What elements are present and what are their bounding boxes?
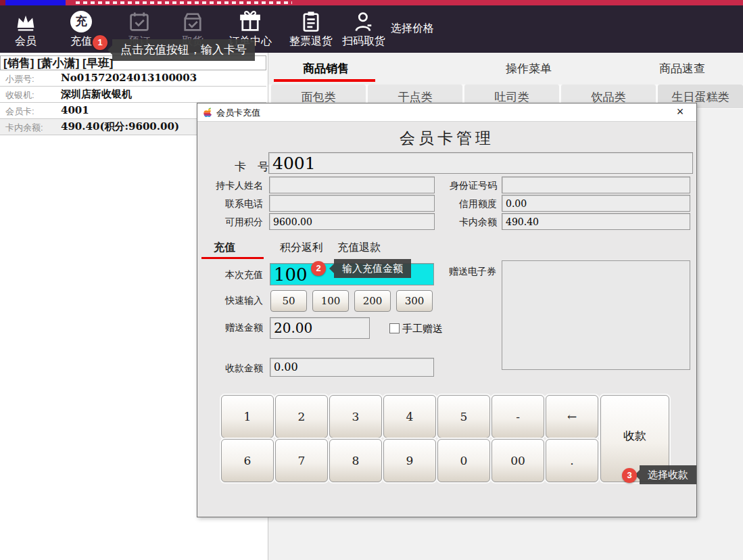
quick-100-button[interactable]: 100 [312,290,349,312]
pos-app: 会员 充 充值 预订 取货 订单中心 [0,0,743,560]
evoucher-textarea[interactable] [502,260,690,370]
toolbar-label: 扫码取货 [342,35,385,47]
toolbar-item-member[interactable]: 会员 [1,9,50,47]
numpad-key-1[interactable]: 1 [221,395,274,438]
quick-50-button[interactable]: 50 [270,290,307,312]
card-no-value: 4001 [269,153,692,173]
phone-input[interactable] [269,195,435,212]
tab-recharge[interactable]: 充值 [214,241,235,255]
row-value: 490.40(积分:9600.00) [61,120,179,133]
row-value: 4001 [61,104,89,116]
sales-row-register: 收银机: 深圳店新收银机 [0,87,266,103]
active-tab-underline [274,79,375,82]
numpad-key-dot[interactable]: . [546,439,598,482]
evoucher-label: 赠送电子券 [449,266,498,278]
numpad-key-4[interactable]: 4 [383,395,436,438]
step-2-badge: 2 [311,261,326,276]
pickup-box-check-icon [168,9,217,34]
numpad-key-2[interactable]: 2 [275,395,328,438]
gift-icon [226,9,274,34]
gift-amount-label: 赠送金额 [203,322,263,334]
credit-limit-value: 0.00 [502,195,690,211]
toolbar-item-scan-pickup[interactable]: 扫码取货 [339,9,388,47]
apple-logo-icon [203,107,213,118]
sales-row-ticket: 小票号: No01572024013100003 [0,70,266,87]
step-3-tooltip: 选择收款 [640,465,696,484]
quick-input-label: 快速输入 [203,295,263,307]
card-no-input[interactable]: 4001 [268,152,693,174]
window-titlebar [0,0,743,5]
quick-200-button[interactable]: 200 [354,290,391,312]
dialog-heading: 会员卡管理 [197,128,696,149]
numpad-key-00[interactable]: 00 [492,439,544,482]
credit-limit-field: 0.00 [502,195,690,212]
tab-points-rebate[interactable]: 积分返利 [280,241,323,255]
card-balance-value: 490.40 [502,214,690,229]
id-number-label: 身份证号码 [441,180,497,192]
numpad-key-minus[interactable]: - [492,395,544,438]
row-value: No01572024013100003 [61,72,197,84]
row-label: 小票号: [5,73,34,85]
logo-edge [0,0,5,5]
manual-gift-checkbox[interactable] [389,323,400,333]
manual-gift-label: 手工赠送 [402,323,443,335]
numpad-key-3[interactable]: 3 [329,395,382,438]
receive-amount-label: 收款金额 [203,363,263,375]
step-1-badge: 1 [93,35,107,50]
numpad-key-7[interactable]: 7 [275,439,328,482]
toolbar-label: 充值 [70,35,92,47]
calendar-check-icon [115,9,164,34]
numpad-key-9[interactable]: 9 [383,439,436,482]
tab-recharge-refund[interactable]: 充值退款 [337,241,381,255]
points-value: 9600.00 [270,214,434,229]
toolbar-label: 会员 [15,35,37,47]
clipboard-icon [287,9,335,34]
amount-label: 本次充值 [203,269,263,281]
points-label: 可用积分 [203,216,263,229]
numpad-key-0[interactable]: 0 [437,439,490,482]
tab-operation-menu[interactable]: 操作菜单 [506,61,552,76]
holder-name-input[interactable] [269,177,435,193]
step-1-tooltip: 点击充值按钮，输入卡号 [112,39,255,61]
crown-icon [1,9,50,34]
recharge-tab-underline [201,257,264,259]
receive-amount-value: 0.00 [270,358,433,375]
titlebar-text-fragment [76,1,292,4]
close-icon[interactable]: × [673,105,687,119]
phone-label: 联系电话 [203,198,263,210]
dialog-titlebar: 会员卡充值 × [197,103,696,122]
row-label: 卡内余额: [5,122,43,134]
numpad-key-8[interactable]: 8 [329,439,382,482]
gift-amount-value: 20.00 [270,318,369,337]
app-logo [5,0,66,5]
toolbar-label: 整票退货 [289,35,333,47]
card-no-label: 卡 号 [231,159,269,174]
gift-amount-input[interactable]: 20.00 [270,317,370,339]
toolbar-item-void-ticket[interactable]: 整票退货 [287,9,335,47]
receive-amount-input[interactable]: 0.00 [270,358,434,377]
numpad-key-5[interactable]: 5 [437,395,490,438]
toolbar-item-select-price[interactable]: 选择价格 [391,22,434,36]
quick-300-button[interactable]: 300 [396,290,433,312]
tab-product-lookup[interactable]: 商品速查 [659,61,705,76]
numpad-key-backspace[interactable]: ← [546,395,598,438]
tab-product-sales[interactable]: 商品销售 [303,61,349,76]
recharge-icon: 充 [57,9,105,34]
card-balance-label: 卡内余额 [441,216,497,229]
scan-person-icon [339,9,388,34]
row-value: 深圳店新收银机 [61,88,132,101]
points-field: 9600.00 [269,213,435,230]
credit-limit-label: 信用额度 [441,198,497,210]
row-label: 收银机: [5,89,34,101]
card-balance-field: 490.40 [502,213,690,230]
step-3-badge: 3 [622,468,637,483]
row-label: 会员卡: [5,106,34,118]
numpad-key-6[interactable]: 6 [221,439,274,482]
step-2-tooltip: 输入充值金额 [334,259,411,278]
member-recharge-dialog: 会员卡充值 × 会员卡管理 卡 号 4001 持卡人姓名 身份证号码 联系电话 … [197,103,697,517]
dialog-title: 会员卡充值 [216,107,260,119]
holder-name-label: 持卡人姓名 [203,180,263,192]
id-number-input[interactable] [502,177,690,193]
